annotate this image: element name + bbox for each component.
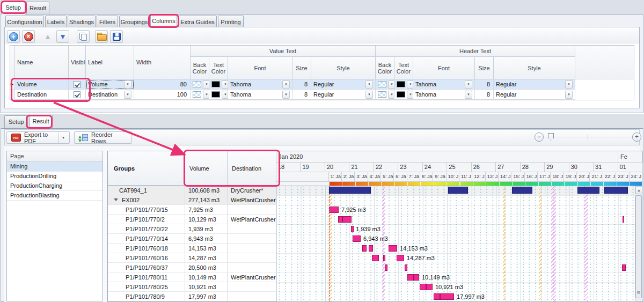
group-cell[interactable]: EX002 bbox=[107, 195, 185, 205]
destination-cell[interactable] bbox=[228, 205, 276, 215]
subtab-extra-guides[interactable]: Extra Guides bbox=[178, 16, 217, 27]
copy-button[interactable] bbox=[77, 30, 90, 43]
gantt-bar[interactable] bbox=[329, 187, 371, 194]
group-cell[interactable]: P1/P101/770/22 bbox=[107, 224, 185, 234]
group-cell[interactable]: P1/P101/770/15 bbox=[107, 205, 185, 215]
font-cell-header[interactable]: Tahoma▼ bbox=[413, 79, 475, 90]
group-cell[interactable]: P1/P101/760/37 bbox=[107, 263, 185, 272]
visible-checkbox[interactable] bbox=[74, 91, 80, 98]
page-list-item-mining[interactable]: Mining bbox=[7, 162, 103, 172]
back-color-dropdown-button[interactable]: ▼ bbox=[203, 91, 209, 99]
volume-cell[interactable]: 10,149 m3 bbox=[185, 272, 228, 282]
bottom-tab-result[interactable]: Result bbox=[29, 115, 53, 128]
text-color-cell-value[interactable]: ▼ bbox=[209, 79, 228, 90]
gantt-bar[interactable] bbox=[434, 293, 440, 300]
gantt-bar[interactable] bbox=[338, 216, 342, 223]
bottom-tab-setup[interactable]: Setup bbox=[4, 115, 28, 128]
destination-cell[interactable]: WetPlantCrusher* bbox=[228, 195, 276, 205]
text-color-dropdown-button[interactable]: ▼ bbox=[407, 80, 413, 89]
export-dropdown-arrow-icon[interactable]: ▼ bbox=[58, 132, 65, 143]
subtab-printing[interactable]: Printing bbox=[218, 16, 244, 27]
gantt-bar[interactable] bbox=[440, 293, 454, 300]
destination-cell[interactable] bbox=[228, 253, 276, 263]
style-cell-header[interactable]: Regular▼ bbox=[494, 90, 575, 100]
back-color-cell-value[interactable]: ▼ bbox=[191, 90, 209, 100]
text-color-cell-header[interactable]: ▼ bbox=[394, 79, 413, 90]
group-cell[interactable]: P1/P101/780/9 bbox=[107, 292, 185, 301]
gantt-bar[interactable] bbox=[369, 245, 373, 252]
style-dropdown-button[interactable]: ▼ bbox=[565, 80, 573, 89]
volume-cell[interactable]: 20,500 m3 bbox=[185, 263, 228, 272]
top-tab-result[interactable]: Result bbox=[26, 2, 49, 14]
style-dropdown-button[interactable]: ▼ bbox=[365, 80, 373, 89]
reorder-rows-button[interactable]: Reorder Rows bbox=[74, 131, 132, 144]
gantt-bar[interactable] bbox=[397, 255, 404, 261]
gantt-bar[interactable] bbox=[623, 216, 624, 223]
delete-button[interactable]: × bbox=[22, 30, 35, 43]
destination-cell[interactable] bbox=[228, 263, 276, 272]
width-cell[interactable]: 80 bbox=[134, 79, 191, 90]
text-color-dropdown-button[interactable]: ▼ bbox=[222, 80, 228, 89]
group-cell[interactable]: P1/P101/780/25 bbox=[107, 282, 185, 292]
zoom-in-button[interactable]: + bbox=[632, 132, 641, 142]
destination-cell[interactable]: WetPlantCrusher* bbox=[228, 272, 276, 282]
volume-cell[interactable]: 14,153 m3 bbox=[185, 244, 228, 253]
gantt-bar[interactable] bbox=[330, 207, 339, 213]
top-tab-setup[interactable]: Setup bbox=[1, 1, 25, 14]
subtab-columns[interactable]: Columns bbox=[150, 14, 177, 28]
visible-cell[interactable] bbox=[69, 90, 86, 100]
group-cell[interactable]: P1/P101/780/11 bbox=[107, 272, 185, 282]
destination-cell[interactable]: DryCrusher* bbox=[228, 186, 276, 195]
gantt-bar[interactable] bbox=[385, 264, 387, 271]
label-cell[interactable]: Volume▼ bbox=[86, 79, 134, 90]
volume-cell[interactable]: 14,287 m3 bbox=[185, 253, 228, 263]
font-dropdown-button[interactable]: ▼ bbox=[465, 80, 472, 89]
text-color-cell-value[interactable]: ▼ bbox=[209, 90, 228, 100]
volume-cell[interactable]: 10,129 m3 bbox=[185, 215, 228, 224]
gantt-bar[interactable] bbox=[448, 187, 468, 194]
volume-cell[interactable]: 100,608 m3 bbox=[185, 186, 228, 195]
zoom-slider[interactable] bbox=[545, 137, 632, 138]
gantt-bar[interactable] bbox=[351, 226, 354, 232]
volume-cell[interactable]: 1,939 m3 bbox=[185, 224, 228, 234]
label-dropdown-button[interactable]: ▼ bbox=[124, 80, 131, 89]
font-cell-value[interactable]: Tahoma▼ bbox=[228, 90, 292, 100]
gantt-bar[interactable] bbox=[362, 245, 367, 252]
group-cell[interactable]: P1/P101/770/14 bbox=[107, 234, 185, 244]
back-color-dropdown-button[interactable]: ▼ bbox=[388, 91, 394, 99]
name-cell[interactable]: Volume bbox=[15, 79, 69, 90]
expand-chevron-icon[interactable] bbox=[114, 198, 118, 201]
gantt-bar[interactable] bbox=[512, 187, 532, 194]
export-to-pdf-button[interactable]: PDF Export to PDF ▼ bbox=[6, 131, 70, 144]
move-down-button[interactable]: ▼ bbox=[56, 30, 69, 43]
volume-cell[interactable]: 7,925 m3 bbox=[185, 205, 228, 215]
text-color-cell-header[interactable]: ▼ bbox=[394, 90, 413, 100]
visible-checkbox[interactable] bbox=[74, 81, 80, 88]
width-cell[interactable]: 100 bbox=[134, 90, 191, 100]
size-cell-header[interactable]: 8 bbox=[475, 79, 494, 90]
style-cell-value[interactable]: Regular▼ bbox=[311, 90, 376, 100]
label-dropdown-button[interactable]: ▼ bbox=[124, 91, 131, 99]
page-list-item-productiondrilling[interactable]: ProductionDrilling bbox=[7, 172, 103, 181]
size-cell-header[interactable]: 8 bbox=[475, 90, 494, 100]
gantt-bar[interactable] bbox=[420, 284, 426, 290]
gantt-bar[interactable] bbox=[577, 187, 599, 194]
style-dropdown-button[interactable]: ▼ bbox=[565, 91, 573, 99]
page-list-item-productionblasting[interactable]: ProductionBlasting bbox=[7, 191, 103, 201]
subtab-groupings[interactable]: Groupings bbox=[119, 16, 149, 27]
name-cell[interactable]: Destination bbox=[15, 90, 69, 100]
text-color-dropdown-button[interactable]: ▼ bbox=[222, 91, 228, 99]
label-cell[interactable]: Destination▼ bbox=[86, 90, 134, 100]
size-cell-value[interactable]: 8 bbox=[292, 79, 311, 90]
subtab-configuration[interactable]: Configuration bbox=[5, 16, 44, 27]
text-color-dropdown-button[interactable]: ▼ bbox=[407, 91, 413, 99]
gantt-bar[interactable] bbox=[604, 187, 628, 194]
destination-cell[interactable] bbox=[228, 224, 276, 234]
gantt-bar[interactable] bbox=[353, 235, 361, 242]
back-color-cell-header[interactable]: ▼ bbox=[376, 90, 394, 100]
volume-cell[interactable]: 6,943 m3 bbox=[185, 234, 228, 244]
gantt-bar[interactable] bbox=[426, 284, 433, 290]
style-dropdown-button[interactable]: ▼ bbox=[365, 91, 373, 99]
back-color-cell-header[interactable]: ▼ bbox=[376, 79, 394, 90]
volume-cell[interactable]: 10,921 m3 bbox=[185, 282, 228, 292]
